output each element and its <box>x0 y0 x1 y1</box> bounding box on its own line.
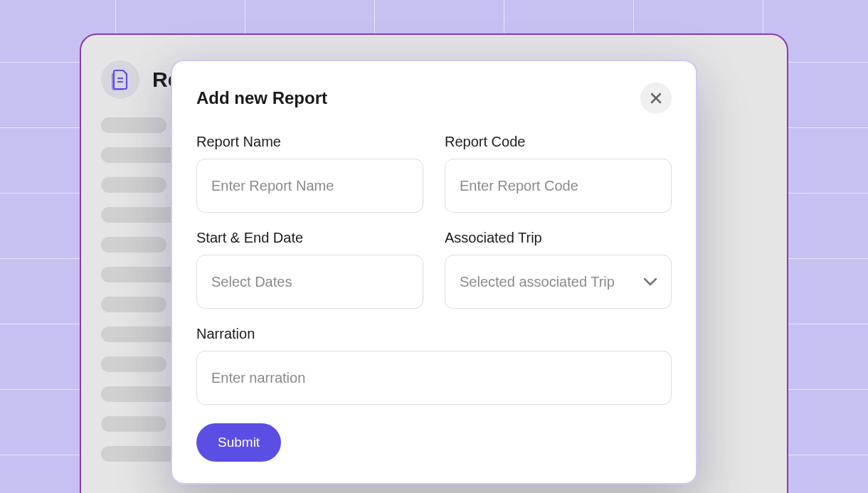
narration-group: Narration <box>196 326 672 405</box>
report-code-label: Report Code <box>445 134 672 150</box>
dates-input[interactable] <box>196 255 423 309</box>
report-name-input[interactable] <box>196 159 423 213</box>
dates-group: Start & End Date <box>196 230 423 309</box>
modal-header: Add new Report <box>196 83 672 114</box>
document-icon <box>101 60 139 99</box>
dates-label: Start & End Date <box>196 230 423 246</box>
trip-label: Associated Trip <box>445 230 672 246</box>
close-button[interactable] <box>640 83 672 114</box>
report-name-label: Report Name <box>196 134 423 150</box>
close-icon <box>650 92 662 105</box>
trip-select[interactable] <box>445 255 672 309</box>
report-code-input[interactable] <box>445 159 672 213</box>
report-code-group: Report Code <box>445 134 672 213</box>
narration-label: Narration <box>196 326 672 342</box>
narration-input[interactable] <box>196 351 672 405</box>
form-grid: Report Name Report Code Start & End Date… <box>196 134 672 405</box>
add-report-modal: Add new Report Report Name Report Code S… <box>171 60 697 484</box>
modal-title: Add new Report <box>196 88 327 108</box>
submit-button[interactable]: Submit <box>196 423 281 462</box>
trip-group: Associated Trip <box>445 230 672 309</box>
report-name-group: Report Name <box>196 134 423 213</box>
